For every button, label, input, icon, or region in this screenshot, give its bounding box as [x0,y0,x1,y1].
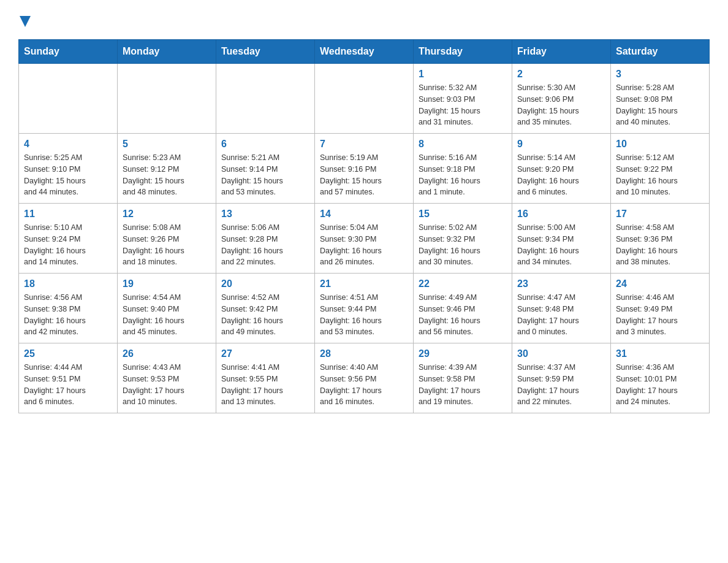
calendar-cell: 23Sunrise: 4:47 AMSunset: 9:48 PMDayligh… [512,274,611,343]
day-info: Sunrise: 4:56 AMSunset: 9:38 PMDaylight:… [24,292,112,338]
weekday-header-sunday: Sunday [19,40,118,64]
calendar-cell: 22Sunrise: 4:49 AMSunset: 9:46 PMDayligh… [414,274,512,343]
day-number: 20 [221,278,309,289]
day-number: 4 [24,139,112,150]
logo-arrow-icon [20,16,31,27]
calendar-cell: 20Sunrise: 4:52 AMSunset: 9:42 PMDayligh… [216,274,315,343]
day-info: Sunrise: 5:08 AMSunset: 9:26 PMDaylight:… [123,222,211,268]
day-number: 8 [419,139,507,150]
day-number: 1 [419,69,507,80]
calendar-cell: 1Sunrise: 5:32 AMSunset: 9:03 PMDaylight… [414,64,512,134]
calendar-cell: 10Sunrise: 5:12 AMSunset: 9:22 PMDayligh… [611,134,710,204]
day-info: Sunrise: 5:00 AMSunset: 9:34 PMDaylight:… [517,222,605,268]
calendar-cell: 18Sunrise: 4:56 AMSunset: 9:38 PMDayligh… [19,274,118,343]
calendar-table: SundayMondayTuesdayWednesdayThursdayFrid… [18,39,710,413]
calendar-cell: 4Sunrise: 5:25 AMSunset: 9:10 PMDaylight… [19,134,118,204]
day-info: Sunrise: 4:39 AMSunset: 9:58 PMDaylight:… [419,362,507,408]
calendar-cell: 9Sunrise: 5:14 AMSunset: 9:20 PMDaylight… [512,134,611,204]
calendar-cell: 12Sunrise: 5:08 AMSunset: 9:26 PMDayligh… [118,204,216,274]
calendar-cell: 31Sunrise: 4:36 AMSunset: 10:01 PMDaylig… [611,343,710,413]
day-number: 22 [419,278,507,289]
day-number: 14 [320,209,408,220]
page-header [18,12,710,27]
day-info: Sunrise: 4:51 AMSunset: 9:44 PMDaylight:… [320,292,408,338]
day-number: 21 [320,278,408,289]
day-info: Sunrise: 5:19 AMSunset: 9:16 PMDaylight:… [320,152,408,198]
day-info: Sunrise: 4:40 AMSunset: 9:56 PMDaylight:… [320,362,408,408]
day-number: 10 [616,139,704,150]
day-info: Sunrise: 4:58 AMSunset: 9:36 PMDaylight:… [616,222,704,268]
calendar-cell: 7Sunrise: 5:19 AMSunset: 9:16 PMDaylight… [315,134,414,204]
calendar-cell: 25Sunrise: 4:44 AMSunset: 9:51 PMDayligh… [19,343,118,413]
calendar-cell [118,64,216,134]
day-info: Sunrise: 4:41 AMSunset: 9:55 PMDaylight:… [221,362,309,408]
day-info: Sunrise: 5:12 AMSunset: 9:22 PMDaylight:… [616,152,704,198]
calendar-cell: 27Sunrise: 4:41 AMSunset: 9:55 PMDayligh… [216,343,315,413]
day-info: Sunrise: 4:37 AMSunset: 9:59 PMDaylight:… [517,362,605,408]
day-number: 26 [123,348,211,359]
day-number: 30 [517,348,605,359]
calendar-cell: 21Sunrise: 4:51 AMSunset: 9:44 PMDayligh… [315,274,414,343]
calendar-header-row: SundayMondayTuesdayWednesdayThursdayFrid… [19,40,710,64]
calendar-week-row: 1Sunrise: 5:32 AMSunset: 9:03 PMDaylight… [19,64,710,134]
calendar-cell [216,64,315,134]
day-number: 28 [320,348,408,359]
calendar-week-row: 4Sunrise: 5:25 AMSunset: 9:10 PMDaylight… [19,134,710,204]
day-number: 2 [517,69,605,80]
calendar-cell: 16Sunrise: 5:00 AMSunset: 9:34 PMDayligh… [512,204,611,274]
calendar-cell: 17Sunrise: 4:58 AMSunset: 9:36 PMDayligh… [611,204,710,274]
day-info: Sunrise: 5:32 AMSunset: 9:03 PMDaylight:… [419,82,507,128]
day-info: Sunrise: 4:36 AMSunset: 10:01 PMDaylight… [616,362,704,408]
day-info: Sunrise: 4:49 AMSunset: 9:46 PMDaylight:… [419,292,507,338]
day-info: Sunrise: 5:25 AMSunset: 9:10 PMDaylight:… [24,152,112,198]
day-number: 15 [419,209,507,220]
day-number: 6 [221,139,309,150]
day-info: Sunrise: 5:10 AMSunset: 9:24 PMDaylight:… [24,222,112,268]
day-number: 31 [616,348,704,359]
calendar-cell: 19Sunrise: 4:54 AMSunset: 9:40 PMDayligh… [118,274,216,343]
calendar-cell [19,64,118,134]
weekday-header-wednesday: Wednesday [315,40,414,64]
day-number: 18 [24,278,112,289]
day-number: 9 [517,139,605,150]
day-info: Sunrise: 5:30 AMSunset: 9:06 PMDaylight:… [517,82,605,128]
calendar-cell: 11Sunrise: 5:10 AMSunset: 9:24 PMDayligh… [19,204,118,274]
day-number: 3 [616,69,704,80]
calendar-cell: 8Sunrise: 5:16 AMSunset: 9:18 PMDaylight… [414,134,512,204]
day-number: 16 [517,209,605,220]
day-info: Sunrise: 4:54 AMSunset: 9:40 PMDaylight:… [123,292,211,338]
calendar-week-row: 11Sunrise: 5:10 AMSunset: 9:24 PMDayligh… [19,204,710,274]
day-info: Sunrise: 4:47 AMSunset: 9:48 PMDaylight:… [517,292,605,338]
calendar-cell: 3Sunrise: 5:28 AMSunset: 9:08 PMDaylight… [611,64,710,134]
day-info: Sunrise: 5:28 AMSunset: 9:08 PMDaylight:… [616,82,704,128]
calendar-week-row: 25Sunrise: 4:44 AMSunset: 9:51 PMDayligh… [19,343,710,413]
day-number: 7 [320,139,408,150]
day-number: 12 [123,209,211,220]
weekday-header-friday: Friday [512,40,611,64]
day-info: Sunrise: 5:02 AMSunset: 9:32 PMDaylight:… [419,222,507,268]
svg-marker-0 [20,16,31,27]
day-info: Sunrise: 4:44 AMSunset: 9:51 PMDaylight:… [24,362,112,408]
calendar-cell: 6Sunrise: 5:21 AMSunset: 9:14 PMDaylight… [216,134,315,204]
calendar-cell: 2Sunrise: 5:30 AMSunset: 9:06 PMDaylight… [512,64,611,134]
day-number: 19 [123,278,211,289]
calendar-cell: 30Sunrise: 4:37 AMSunset: 9:59 PMDayligh… [512,343,611,413]
day-info: Sunrise: 5:06 AMSunset: 9:28 PMDaylight:… [221,222,309,268]
weekday-header-tuesday: Tuesday [216,40,315,64]
day-number: 25 [24,348,112,359]
logo [18,12,31,27]
day-info: Sunrise: 5:14 AMSunset: 9:20 PMDaylight:… [517,152,605,198]
day-info: Sunrise: 5:23 AMSunset: 9:12 PMDaylight:… [123,152,211,198]
calendar-cell: 24Sunrise: 4:46 AMSunset: 9:49 PMDayligh… [611,274,710,343]
day-number: 17 [616,209,704,220]
calendar-cell: 5Sunrise: 5:23 AMSunset: 9:12 PMDaylight… [118,134,216,204]
weekday-header-thursday: Thursday [414,40,512,64]
weekday-header-monday: Monday [118,40,216,64]
day-number: 11 [24,209,112,220]
day-info: Sunrise: 5:21 AMSunset: 9:14 PMDaylight:… [221,152,309,198]
day-number: 23 [517,278,605,289]
calendar-cell: 26Sunrise: 4:43 AMSunset: 9:53 PMDayligh… [118,343,216,413]
day-number: 5 [123,139,211,150]
day-info: Sunrise: 5:04 AMSunset: 9:30 PMDaylight:… [320,222,408,268]
weekday-header-saturday: Saturday [611,40,710,64]
